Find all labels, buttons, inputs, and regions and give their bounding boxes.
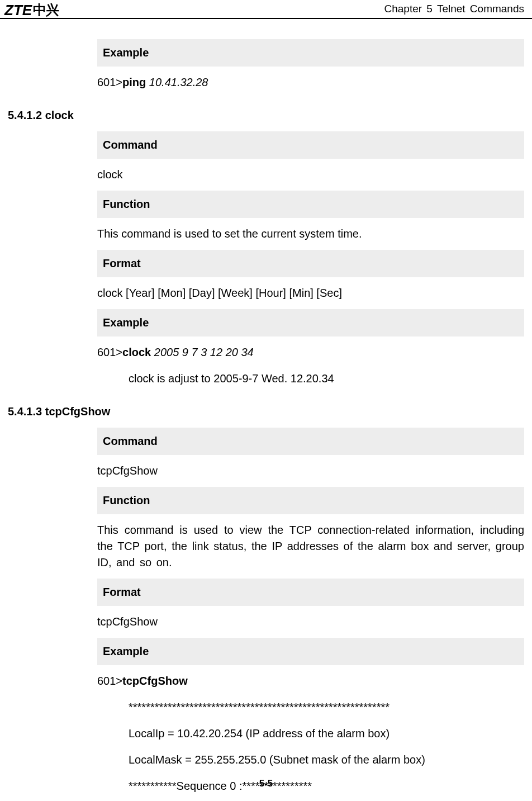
example-tcpcfgshow: 601>tcpCfgShow *************************… (97, 665, 524, 794)
example-output: clock is adjust to 2005-9-7 Wed. 12.20.3… (129, 361, 524, 387)
cmd: tcpCfgShow (122, 675, 188, 687)
prompt: 601> (97, 675, 122, 687)
function-value: This command is used to set the current … (97, 218, 524, 250)
output-localmask: LocalMask = 255.255.255.0 (Subnet mask o… (129, 742, 524, 768)
label-example: Example (97, 309, 524, 336)
prompt: 601> (97, 76, 122, 88)
logo-text-cn: 中兴 (33, 1, 59, 20)
label-command: Command (97, 131, 524, 159)
label-example: Example (97, 39, 524, 67)
label-function: Function (97, 191, 524, 218)
function-value: This command is used to view the TCP con… (97, 514, 524, 579)
example-clock: 601>clock 2005 9 7 3 12 20 34 clock is a… (97, 336, 524, 395)
chapter-title: Chapter 5 Telnet Commands (384, 0, 525, 17)
label-function: Function (97, 487, 524, 514)
example-ping: 601>ping 10.41.32.28 (97, 67, 524, 98)
page-number: 5-5 (259, 778, 273, 789)
page-content: Example 601>ping 10.41.32.28 5.4.1.2 clo… (0, 19, 532, 794)
output-localip: LocalIp = 10.42.20.254 (IP address of th… (129, 715, 524, 742)
cmd-arg: 10.41.32.28 (146, 76, 208, 88)
cmd: ping (122, 76, 146, 88)
page-footer: 5-5 (0, 777, 532, 791)
command-value: clock (97, 159, 524, 191)
format-value: tcpCfgShow (97, 606, 524, 638)
label-format: Format (97, 250, 524, 277)
cmd-arg: 2005 9 7 3 12 20 34 (151, 346, 254, 358)
heading-tcpcfgshow: 5.4.1.3 tcpCfgShow (8, 395, 524, 428)
format-value: clock [Year] [Mon] [Day] [Week] [Hour] [… (97, 277, 524, 309)
heading-clock: 5.4.1.2 clock (8, 98, 524, 131)
label-example: Example (97, 638, 524, 665)
label-command: Command (97, 428, 524, 455)
page-header: ZTE中兴 Chapter 5 Telnet Commands (0, 0, 532, 19)
logo-text-zte: ZTE (4, 0, 32, 21)
label-format: Format (97, 579, 524, 606)
prompt: 601> (97, 346, 122, 358)
logo: ZTE中兴 (4, 0, 59, 21)
output-sep: ****************************************… (129, 689, 524, 715)
cmd: clock (122, 346, 151, 358)
command-value: tcpCfgShow (97, 455, 524, 487)
